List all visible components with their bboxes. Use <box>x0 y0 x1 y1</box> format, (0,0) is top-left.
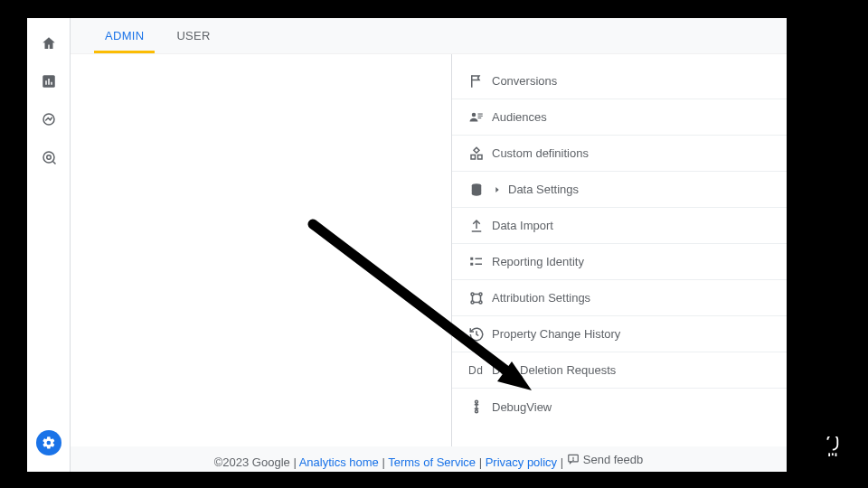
svg-rect-13 <box>471 155 476 159</box>
svg-point-33 <box>572 460 573 461</box>
menu-item-data-settings[interactable]: Data Settings <box>452 172 787 208</box>
attribution-icon <box>468 290 492 306</box>
menu-item-audiences[interactable]: Audiences <box>452 99 787 136</box>
flag-icon <box>468 73 492 89</box>
explore-icon[interactable] <box>40 110 58 128</box>
footer-link-analytics-home[interactable]: Analytics home <box>299 455 379 468</box>
content-area: Conversions Audiences Custom definitions <box>71 54 787 446</box>
footer-link-terms[interactable]: Terms of Service <box>388 455 476 468</box>
svg-point-23 <box>479 301 482 304</box>
corner-decoration-icon <box>821 436 841 461</box>
data-deletion-icon: Dd <box>468 364 492 377</box>
svg-rect-17 <box>470 262 473 265</box>
tab-admin[interactable]: ADMIN <box>89 18 160 53</box>
main-area: ADMIN USER Conversions Audiences <box>71 18 787 472</box>
tab-user[interactable]: USER <box>160 18 226 53</box>
menu-item-data-deletion-requests[interactable]: Dd Data Deletion Requests <box>452 352 787 389</box>
svg-point-22 <box>471 301 474 304</box>
svg-rect-2 <box>48 79 50 85</box>
footer: ©2023 Google | Analytics home | Terms of… <box>71 453 787 469</box>
property-settings-list: Conversions Audiences Custom definitions <box>452 54 787 446</box>
menu-label: Data Import <box>492 219 553 232</box>
caret-right-icon <box>492 185 503 194</box>
left-nav-rail <box>27 18 71 472</box>
menu-item-reporting-identity[interactable]: Reporting Identity <box>452 244 787 280</box>
menu-label: Audiences <box>492 110 547 124</box>
history-icon <box>468 326 492 343</box>
svg-rect-3 <box>51 82 52 85</box>
svg-rect-11 <box>478 117 482 118</box>
svg-point-5 <box>43 152 54 163</box>
home-icon[interactable] <box>40 34 58 52</box>
menu-item-property-change-history[interactable]: Property Change History <box>452 316 787 352</box>
footer-send-feedback[interactable]: Send feedb <box>567 453 644 466</box>
menu-item-data-import[interactable]: Data Import <box>452 208 787 244</box>
menu-label: Conversions <box>492 74 557 88</box>
custom-definitions-icon <box>468 145 492 162</box>
svg-point-6 <box>46 155 51 160</box>
svg-rect-14 <box>478 155 483 159</box>
menu-label: Reporting Identity <box>492 255 584 268</box>
menu-item-conversions[interactable]: Conversions <box>452 63 787 99</box>
svg-point-21 <box>479 293 482 296</box>
audiences-icon <box>468 109 492 126</box>
svg-rect-9 <box>478 113 483 114</box>
menu-label: DebugView <box>492 400 552 414</box>
app-frame: ADMIN USER Conversions Audiences <box>27 18 787 472</box>
debugview-icon <box>468 399 492 415</box>
svg-rect-10 <box>478 115 483 116</box>
menu-label: Data Deletion Requests <box>492 363 616 377</box>
reports-icon[interactable] <box>40 72 58 90</box>
menu-label: Custom definitions <box>492 146 589 160</box>
content-left-column <box>76 54 452 446</box>
menu-item-attribution-settings[interactable]: Attribution Settings <box>452 280 787 316</box>
svg-marker-12 <box>474 147 479 153</box>
menu-label: Property Change History <box>492 327 620 341</box>
svg-rect-19 <box>476 263 483 265</box>
svg-point-8 <box>472 112 476 117</box>
svg-point-20 <box>471 293 474 296</box>
upload-icon <box>468 218 492 234</box>
footer-copyright: ©2023 Google <box>214 455 290 468</box>
menu-item-debugview[interactable]: DebugView <box>452 389 787 425</box>
database-icon <box>468 182 492 198</box>
svg-point-24 <box>476 400 478 403</box>
svg-rect-16 <box>470 257 473 259</box>
reporting-identity-icon <box>468 254 492 270</box>
footer-link-privacy[interactable]: Privacy policy <box>486 455 557 468</box>
tab-bar: ADMIN USER <box>71 18 787 54</box>
svg-point-25 <box>476 410 478 413</box>
advertising-icon[interactable] <box>40 148 58 166</box>
svg-rect-18 <box>476 258 483 259</box>
svg-rect-1 <box>45 80 47 85</box>
svg-line-7 <box>52 162 55 164</box>
menu-label: Attribution Settings <box>492 291 590 305</box>
feedback-icon <box>567 453 580 465</box>
menu-label: Data Settings <box>508 183 579 196</box>
menu-item-custom-definitions[interactable]: Custom definitions <box>452 136 787 172</box>
admin-gear-button[interactable] <box>36 430 61 455</box>
